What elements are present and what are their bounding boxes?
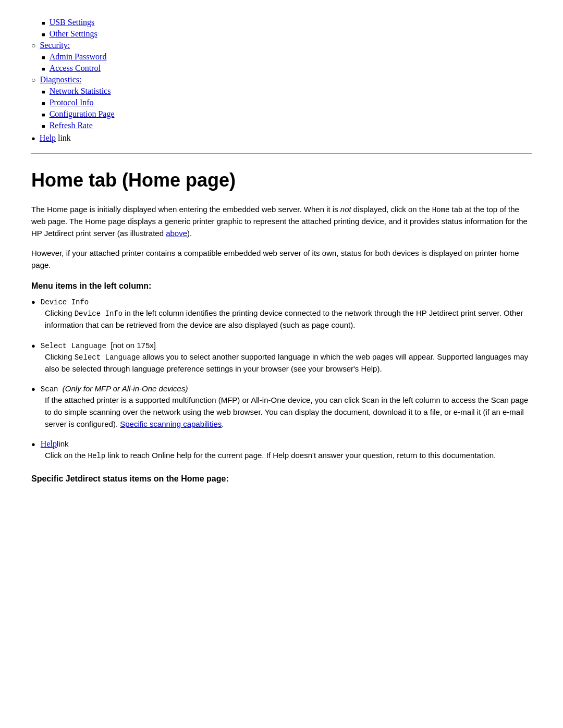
refresh-rate-item: Refresh Rate <box>42 121 532 130</box>
not-emphasis: not <box>340 205 351 214</box>
page-title: Home tab (Home page) <box>31 169 532 191</box>
filled-bullet-icon <box>31 133 40 143</box>
select-language-title: Select Language <box>41 342 106 350</box>
scan-subtitle: (Only for MFP or All-in-One devices) <box>58 384 188 393</box>
admin-password-link[interactable]: Admin Password <box>50 52 107 61</box>
configuration-page-link[interactable]: Configuration Page <box>50 109 115 119</box>
device-info-item: ● Device Info Clicking Device Info in th… <box>31 298 532 331</box>
device-info-desc: Clicking Device Info in the left column … <box>31 307 532 331</box>
protocol-info-item: Protocol Info <box>42 98 532 107</box>
security-group: Security: Admin Password Access Control <box>31 41 532 73</box>
scan-desc: If the attached printer is a supported m… <box>31 394 532 430</box>
protocol-info-link[interactable]: Protocol Info <box>50 98 94 107</box>
usb-settings-item: USB Settings <box>31 18 532 27</box>
help-link[interactable]: Help <box>40 133 56 142</box>
filled-bullet-icon: ● <box>31 342 35 350</box>
help-menu-item: ● Help link Click on the Help link to re… <box>31 439 532 462</box>
network-statistics-item: Network Statistics <box>42 87 532 96</box>
help-item: Help link <box>31 133 532 143</box>
scan-item: ● Scan (Only for MFP or All-in-One devic… <box>31 384 532 430</box>
configuration-page-item: Configuration Page <box>42 109 532 119</box>
intro-paragraph-1: The Home page is initially displayed whe… <box>31 204 532 239</box>
select-language-suffix: [not on 175x] <box>106 341 156 350</box>
help-link-suffix: link <box>57 439 69 448</box>
bullet-square-icon <box>42 64 50 73</box>
circle-bullet-icon <box>31 41 40 50</box>
filled-bullet-icon: ● <box>31 298 35 306</box>
circle-bullet-icon <box>31 75 40 84</box>
menu-section-heading: Menu items in the left column: <box>31 281 532 291</box>
help-menu-link[interactable]: Help <box>41 439 57 449</box>
other-settings-link[interactable]: Other Settings <box>50 29 97 39</box>
help-text: Help link <box>40 133 71 143</box>
device-info-mono-inline: Device Info <box>75 310 123 318</box>
help-mono-inline: Help <box>88 452 106 460</box>
security-link[interactable]: Security: <box>40 41 70 50</box>
bullet-square-icon <box>42 109 50 119</box>
bullet-square-icon <box>42 18 50 27</box>
section-divider <box>31 153 532 154</box>
other-settings-item: Other Settings <box>31 29 532 39</box>
filled-bullet-icon: ● <box>31 440 35 449</box>
access-control-item: Access Control <box>42 64 532 73</box>
above-link[interactable]: above <box>166 229 187 238</box>
scan-title: Scan <box>41 385 58 393</box>
filled-bullet-icon: ● <box>31 385 35 393</box>
menu-items-list: ● Device Info Clicking Device Info in th… <box>31 298 532 462</box>
jetdirect-status-heading: Specific Jetdirect status items on the H… <box>31 474 532 484</box>
refresh-rate-link[interactable]: Refresh Rate <box>50 121 93 130</box>
help-menu-desc: Click on the Help link to reach Online h… <box>31 450 532 462</box>
admin-password-item: Admin Password <box>42 52 532 61</box>
select-language-desc: Clicking Select Language allows you to s… <box>31 351 532 375</box>
bullet-square-icon <box>42 87 50 96</box>
diagnostics-group: Diagnostics: Network Statistics Protocol… <box>31 75 532 130</box>
access-control-link[interactable]: Access Control <box>50 64 101 73</box>
bullet-square-icon <box>42 52 50 61</box>
device-info-title: Device Info <box>41 298 89 306</box>
network-statistics-link[interactable]: Network Statistics <box>50 87 111 96</box>
home-tab-mono: Home <box>432 206 450 214</box>
bullet-square-icon <box>42 98 50 107</box>
bullet-square-icon <box>42 121 50 130</box>
specific-scanning-link[interactable]: Specific scanning capabilities <box>120 419 222 428</box>
intro-paragraph-2: However, if your attached printer contai… <box>31 248 532 271</box>
usb-settings-link[interactable]: USB Settings <box>50 18 95 27</box>
diagnostics-link[interactable]: Diagnostics: <box>40 75 81 84</box>
select-language-item: ● Select Language [not on 175x] Clicking… <box>31 341 532 375</box>
scan-mono-inline: Scan <box>362 397 380 405</box>
bullet-square-icon <box>42 29 50 39</box>
select-language-mono-inline: Select Language <box>75 353 140 362</box>
